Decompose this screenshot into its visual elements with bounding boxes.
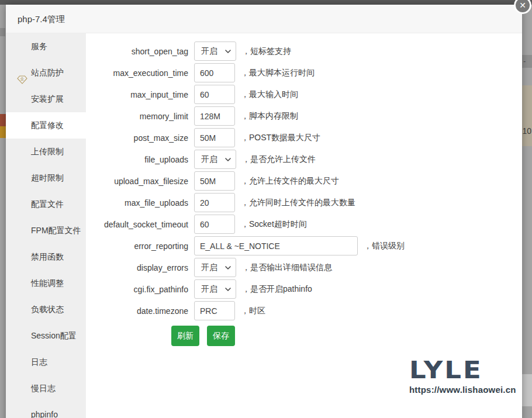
form-row: default_socket_timeout ，Socket超时时间 [86, 215, 522, 234]
field-label: max_input_time [86, 90, 188, 99]
cgi-fix-pathinfo-select[interactable]: 开启 [194, 279, 236, 299]
sidebar-item-log[interactable]: 日志 [6, 349, 86, 375]
sidebar-item-config-file[interactable]: 配置文件 [6, 191, 86, 217]
backdrop-fragment: - [522, 55, 532, 68]
post-max-size-input[interactable] [194, 128, 235, 147]
select-value: 开启 [201, 46, 217, 57]
button-row: 刷新 保存 [86, 326, 522, 346]
select-value: 开启 [201, 262, 217, 273]
screen: - 10 ✕ php-7.4管理 服务 企 站点防护 安装扩展 [0, 0, 532, 418]
form-row: max_file_uploads ，允许同时上传文件的最大数量 [86, 193, 522, 212]
backdrop-fragment: 10 [522, 126, 531, 136]
chevron-down-icon [225, 288, 231, 291]
field-label: error_reporting [86, 241, 188, 251]
field-hint: ，最大输入时间 [241, 89, 298, 100]
field-hint: ，时区 [241, 306, 265, 316]
field-label: date.timezone [86, 306, 188, 316]
date-timezone-input[interactable] [194, 301, 235, 320]
sidebar-item-session-config[interactable]: Session配置 [6, 323, 86, 349]
form-row: date.timezone ，时区 [86, 301, 522, 320]
form-row: upload_max_filesize ，允许上传文件的最大尺寸 [86, 171, 522, 191]
sidebar-item-label: 站点防护 [31, 68, 64, 77]
sidebar-item-fpm-config-file[interactable]: FPM配置文件 [6, 217, 86, 244]
field-hint: ，是否开启pathinfo [242, 284, 312, 295]
form-row: cgi.fix_pathinfo 开启 ，是否开启pathinfo [86, 279, 522, 299]
field-hint: ，最大脚本运行时间 [241, 68, 315, 78]
field-hint: ，允许同时上传文件的最大数量 [241, 198, 355, 208]
php-manage-dialog: ✕ php-7.4管理 服务 企 站点防护 安装扩展 配置修改 上传限制 [6, 5, 522, 418]
file-uploads-select[interactable]: 开启 [194, 150, 236, 169]
field-label: file_uploads [86, 155, 188, 164]
error-reporting-input[interactable] [194, 236, 358, 255]
form-row: max_input_time ，最大输入时间 [86, 85, 522, 104]
form-row: memory_limit ，脚本内存限制 [86, 106, 522, 126]
form-row: max_execution_time ，最大脚本运行时间 [86, 63, 522, 82]
field-label: memory_limit [86, 112, 188, 121]
select-value: 开启 [201, 154, 217, 165]
default-socket-timeout-input[interactable] [194, 215, 235, 234]
form-row: short_open_tag 开启 ，短标签支持 [86, 42, 522, 61]
memory-limit-input[interactable] [194, 106, 235, 126]
backdrop-fragment [0, 28, 5, 36]
field-label: upload_max_filesize [86, 177, 188, 186]
field-hint: ，Socket超时时间 [241, 219, 307, 230]
field-hint: ，错误级别 [364, 241, 405, 251]
sidebar-item-upload-limit[interactable]: 上传限制 [6, 139, 86, 165]
save-button[interactable]: 保存 [207, 326, 235, 346]
field-hint: ，是否输出详细错误信息 [242, 262, 332, 273]
sidebar-item-timeout-limit[interactable]: 超时限制 [6, 165, 86, 191]
upload-max-filesize-input[interactable] [194, 171, 235, 191]
close-button[interactable]: ✕ [514, 0, 531, 14]
short-open-tag-select[interactable]: 开启 [194, 42, 236, 61]
sidebar-item-performance[interactable]: 性能调整 [6, 270, 86, 296]
sidebar-item-phpinfo[interactable]: phpinfo [6, 402, 86, 418]
watermark-logo: LYLE [409, 358, 516, 382]
backdrop-top-bar [0, 0, 532, 5]
field-hint: ，脚本内存限制 [241, 111, 298, 122]
field-label: post_max_size [86, 133, 188, 143]
sidebar-item-config-edit[interactable]: 配置修改 [6, 112, 86, 139]
sidebar: 服务 企 站点防护 安装扩展 配置修改 上传限制 超时限制 配置文件 FPM配置… [6, 33, 86, 418]
field-label: short_open_tag [86, 47, 188, 56]
sidebar-item-disabled-functions[interactable]: 禁用函数 [6, 244, 86, 270]
field-label: max_file_uploads [86, 198, 188, 208]
max-execution-time-input[interactable] [194, 63, 235, 82]
form-row: file_uploads 开启 ，是否允许上传文件 [86, 150, 522, 169]
field-label: display_errors [86, 263, 188, 272]
field-hint: ，短标签支持 [242, 46, 291, 57]
max-input-time-input[interactable] [194, 85, 235, 104]
refresh-button[interactable]: 刷新 [171, 326, 199, 346]
display-errors-select[interactable]: 开启 [194, 258, 236, 277]
field-hint: ，允许上传文件的最大尺寸 [241, 176, 339, 186]
sidebar-item-slow-log[interactable]: 慢日志 [6, 375, 86, 402]
sidebar-item-load-status[interactable]: 负载状态 [6, 296, 86, 323]
backdrop-fragment [522, 374, 532, 406]
field-hint: ，POST数据最大尺寸 [241, 133, 320, 143]
svg-text:企: 企 [20, 77, 25, 81]
form-row: error_reporting ，错误级别 [86, 236, 522, 255]
form-row: display_errors 开启 ，是否输出详细错误信息 [86, 258, 522, 277]
field-label: cgi.fix_pathinfo [86, 285, 188, 294]
watermark: LYLE https://www.lishaowei.cn [409, 358, 516, 394]
field-label: max_execution_time [86, 68, 188, 78]
field-label: default_socket_timeout [86, 220, 188, 229]
backdrop-fragment [0, 114, 6, 126]
chevron-down-icon [225, 158, 231, 161]
dialog-title: php-7.4管理 [6, 5, 522, 33]
form-row: post_max_size ，POST数据最大尺寸 [86, 128, 522, 147]
backdrop-fragment [0, 126, 6, 138]
max-file-uploads-input[interactable] [194, 193, 235, 212]
sidebar-item-service[interactable]: 服务 [6, 33, 86, 60]
sidebar-item-install-extensions[interactable]: 安装扩展 [6, 86, 86, 112]
field-hint: ，是否允许上传文件 [242, 154, 316, 165]
chevron-down-icon [225, 50, 231, 53]
backdrop-fragment [522, 85, 532, 146]
select-value: 开启 [201, 284, 217, 295]
watermark-url: https://www.lishaowei.cn [409, 385, 516, 394]
chevron-down-icon [225, 266, 231, 270]
sidebar-item-site-protection[interactable]: 企 站点防护 [6, 60, 86, 86]
